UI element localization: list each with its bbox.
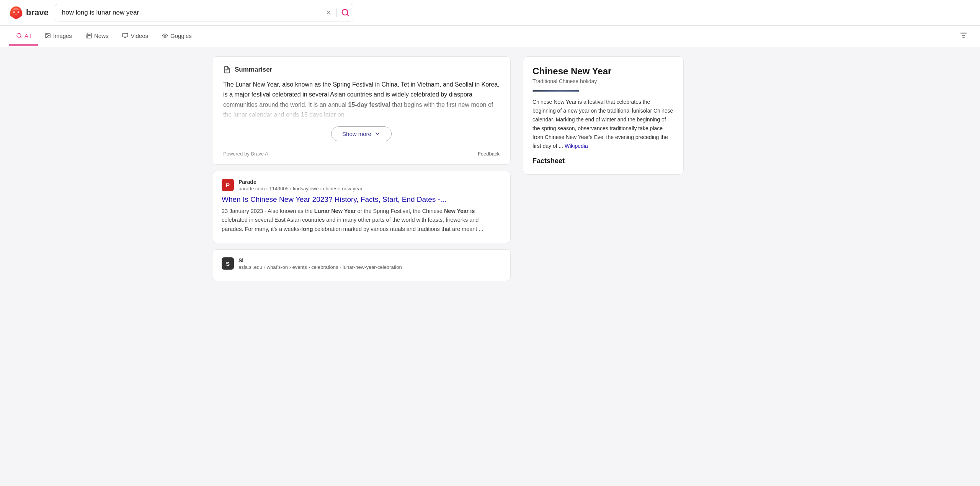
summariser-title: Summariser	[235, 66, 272, 74]
knowledge-card-title: Chinese New Year	[532, 66, 674, 77]
tab-news-label: News	[94, 33, 109, 39]
search-icons: ✕	[326, 8, 350, 17]
tab-videos-label: Videos	[131, 33, 148, 39]
summariser-content: The Lunar New Year, also known as the Sp…	[223, 80, 500, 120]
result-card-parade: P Parade parade.com › 1149005 › lindsayl…	[212, 171, 511, 243]
summariser-footer: Powered by Brave AI Feedback	[223, 147, 500, 157]
factsheet-title: Factsheet	[532, 157, 674, 165]
right-column: Chinese New Year Traditional Chinese hol…	[523, 56, 684, 281]
main-layout: Summariser The Lunar New Year, also know…	[203, 47, 777, 296]
powered-by-text: Powered by Brave AI	[223, 151, 270, 157]
filter-settings-icon	[959, 31, 968, 39]
summariser-icon	[223, 66, 231, 74]
clear-search-icon[interactable]: ✕	[326, 9, 332, 16]
search-submit-button[interactable]	[341, 8, 350, 17]
wikipedia-link[interactable]: Wikipedia	[565, 143, 588, 149]
knowledge-card-description: Chinese New Year is a festival that cele…	[532, 98, 674, 151]
tab-news[interactable]: News	[79, 27, 116, 46]
result-source-info-parade: Parade parade.com › 1149005 › lindsaylow…	[238, 179, 363, 191]
summariser-card: Summariser The Lunar New Year, also know…	[212, 56, 511, 165]
chevron-down-icon	[374, 131, 381, 137]
show-more-button[interactable]: Show more	[331, 126, 392, 141]
result-source-name-si: Si	[238, 257, 402, 263]
brave-logo-text: brave	[26, 8, 49, 18]
result-title-parade[interactable]: When Is Chinese New Year 2023? History, …	[222, 195, 501, 205]
result-source-si: S Si asia.si.edu › what's-on › events › …	[222, 257, 501, 270]
summariser-bold-text: 15-day festival	[348, 101, 390, 108]
snippet-bold-3: long	[301, 226, 313, 232]
left-column: Summariser The Lunar New Year, also know…	[212, 56, 511, 281]
result-favicon-si: S	[222, 257, 234, 270]
brave-lion-icon	[9, 6, 23, 20]
result-card-si: S Si asia.si.edu › what's-on › events › …	[212, 249, 511, 281]
result-source-name-parade: Parade	[238, 179, 363, 185]
news-tab-icon	[86, 33, 92, 39]
favicon-letter-si: S	[226, 260, 230, 267]
summariser-text: The Lunar New Year, also known as the Sp…	[223, 80, 500, 120]
result-snippet-parade: 23 January 2023 - Also known as the Luna…	[222, 207, 501, 234]
tab-videos[interactable]: Videos	[115, 27, 155, 46]
svg-point-5	[46, 34, 47, 35]
header: brave ✕	[0, 0, 980, 26]
knowledge-card-images: More	[532, 90, 674, 92]
result-source-info-si: Si asia.si.edu › what's-on › events › ce…	[238, 257, 402, 270]
snippet-bold-2: New Year is	[444, 208, 475, 214]
svg-line-3	[20, 37, 21, 38]
summariser-header: Summariser	[223, 66, 500, 74]
search-icon	[341, 8, 350, 17]
tab-all-label: All	[24, 33, 31, 39]
tab-all[interactable]: All	[9, 27, 38, 46]
result-favicon-parade: P	[222, 179, 234, 191]
tab-images[interactable]: Images	[38, 27, 79, 46]
kc-main-image[interactable]	[532, 90, 579, 92]
tab-goggles-label: Goggles	[170, 33, 192, 39]
videos-tab-icon	[122, 33, 128, 39]
result-source-url-parade: parade.com › 1149005 › lindsaylowe › chi…	[238, 186, 363, 191]
snippet-bold-1: Lunar New Year	[314, 208, 356, 214]
svg-point-10	[164, 35, 166, 36]
feedback-link[interactable]: Feedback	[478, 151, 500, 157]
tab-images-label: Images	[53, 33, 72, 39]
svg-line-1	[347, 14, 348, 16]
result-source-url-si: asia.si.edu › what's-on › events › celeb…	[238, 264, 402, 270]
settings-icon[interactable]	[956, 26, 971, 47]
knowledge-card-subtitle: Traditional Chinese holiday	[532, 78, 674, 84]
search-input[interactable]	[55, 4, 353, 21]
all-tab-icon	[16, 33, 22, 39]
goggles-tab-icon	[162, 33, 168, 39]
logo-area: brave	[9, 6, 49, 20]
tab-goggles[interactable]: Goggles	[155, 27, 199, 46]
knowledge-card: Chinese New Year Traditional Chinese hol…	[523, 56, 684, 175]
result-source-parade: P Parade parade.com › 1149005 › lindsayl…	[222, 179, 501, 191]
show-more-label: Show more	[342, 131, 371, 137]
search-bar-wrapper: ✕	[55, 4, 353, 21]
svg-rect-8	[123, 33, 128, 37]
nav-tabs: All Images News Videos Goggles	[0, 26, 980, 47]
images-tab-icon	[45, 33, 51, 39]
favicon-letter-parade: P	[226, 182, 230, 188]
search-divider	[336, 8, 336, 17]
